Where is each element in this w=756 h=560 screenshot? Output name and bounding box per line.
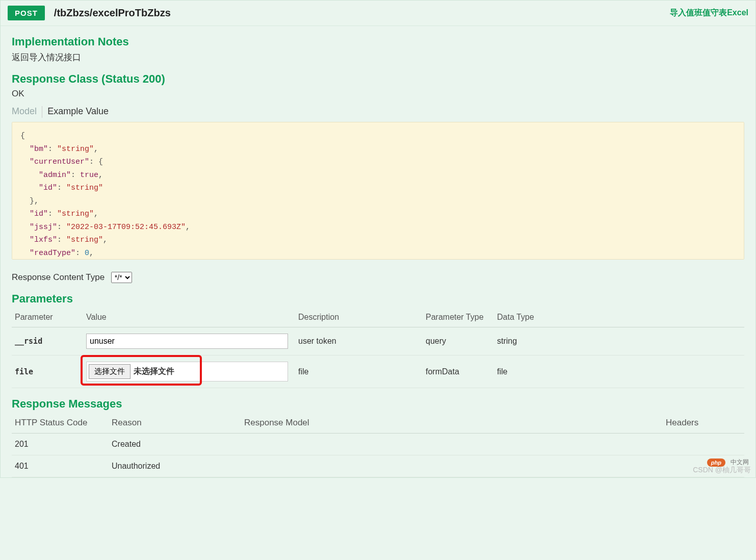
parameters-heading: Parameters <box>12 292 744 306</box>
example-value-json[interactable]: { "bm": "string", "currentUser": { "admi… <box>12 122 744 260</box>
table-row: 201 Created <box>12 434 744 455</box>
col-description: Description <box>295 309 423 327</box>
col-reason: Reason <box>109 414 241 434</box>
operation-header[interactable]: POST /tbZbzs/excelProTbZbzs 导入值班值守表Excel <box>1 1 755 26</box>
param-description: file <box>295 355 423 388</box>
col-http-status: HTTP Status Code <box>12 414 109 434</box>
status-code: 201 <box>12 434 109 455</box>
swagger-operation-panel: POST /tbZbzs/excelProTbZbzs 导入值班值守表Excel… <box>0 0 756 478</box>
file-input-wrap: 选择文件 未选择文件 <box>86 362 288 381</box>
table-row: file 选择文件 未选择文件 file formData file <box>12 355 744 388</box>
file-not-selected-text: 未选择文件 <box>134 366 174 377</box>
tab-model[interactable]: Model <box>12 106 42 118</box>
implementation-notes-heading: Implementation Notes <box>12 35 744 48</box>
param-description: user token <box>295 327 423 355</box>
response-messages-table: HTTP Status Code Reason Response Model H… <box>12 414 744 477</box>
response-content-type-label: Response Content Type <box>12 272 105 282</box>
col-data-type: Data Type <box>494 309 744 327</box>
response-class-heading: Response Class (Status 200) <box>12 72 744 86</box>
param-type: query <box>423 327 494 355</box>
col-value: Value <box>83 309 295 327</box>
operation-summary-link[interactable]: 导入值班值守表Excel <box>670 8 748 18</box>
response-messages-heading: Response Messages <box>12 397 744 411</box>
response-content-type-row: Response Content Type */* <box>12 272 744 283</box>
param-name: __rsid <box>15 337 42 346</box>
col-response-model: Response Model <box>241 414 663 434</box>
status-code: 401 <box>12 455 109 477</box>
param-value-input[interactable] <box>86 334 288 349</box>
table-row: 401 Unauthorized <box>12 455 744 477</box>
choose-file-button[interactable]: 选择文件 <box>89 364 131 379</box>
model-example-tabs: Model Example Value <box>12 106 744 118</box>
implementation-notes-text: 返回导入情况接口 <box>12 52 744 63</box>
table-row: __rsid user token query string <box>12 327 744 355</box>
param-type: formData <box>423 355 494 388</box>
endpoint-path: /tbZbzs/excelProTbZbzs <box>54 7 171 19</box>
col-parameter: Parameter <box>12 309 83 327</box>
col-headers: Headers <box>663 414 744 434</box>
param-data-type: string <box>494 327 744 355</box>
status-reason: Unauthorized <box>109 455 241 477</box>
response-content-type-select[interactable]: */* <box>111 272 132 283</box>
csdn-watermark: CSDN @柚几哥哥 <box>693 466 751 475</box>
parameters-table: Parameter Value Description Parameter Ty… <box>12 309 744 388</box>
param-data-type: file <box>494 355 744 388</box>
response-class-text: OK <box>12 89 744 99</box>
tab-example-value[interactable]: Example Value <box>47 106 112 118</box>
col-parameter-type: Parameter Type <box>423 309 494 327</box>
param-name: file <box>15 367 33 376</box>
http-method-badge: POST <box>8 6 45 20</box>
status-reason: Created <box>109 434 241 455</box>
